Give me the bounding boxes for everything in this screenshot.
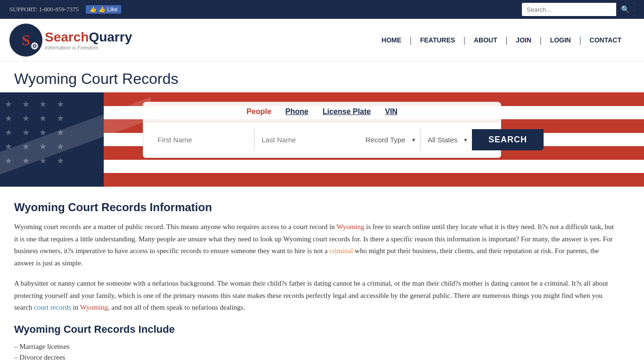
criminal-link[interactable]: criminal [330,247,353,255]
tab-vin[interactable]: VIN [385,107,397,116]
paragraph-1: Wyoming court records are a matter of pu… [14,221,618,269]
top-search-wrap: 🔍 [522,3,635,16]
search-button[interactable]: SEARCH [472,129,544,150]
logo-text: SearchQuarry Information is Freedom [45,30,132,50]
wyoming-link-2[interactable]: Wyoming [80,304,108,311]
main-nav: HOME | FEATURES | ABOUT | JOIN | LOGIN |… [373,35,630,45]
facebook-like-button[interactable]: 👍 👍 Like [86,5,121,14]
first-name-input[interactable] [150,129,255,150]
tab-people[interactable]: People [247,107,271,116]
top-search-button[interactable]: 🔍 [616,3,635,16]
main-content: Wyoming Court Records Information Wyomin… [0,187,632,362]
info-title: Wyoming Court Records Information [14,201,618,214]
logo-quarry: Quarry [89,30,132,44]
paragraph-2: A babysitter or nanny cannot be someone … [14,278,618,314]
wyoming-link-1[interactable]: Wyoming [337,223,364,230]
last-name-input[interactable] [255,129,358,150]
search-form: Record Type ▼ All States ▼ SEARCH [143,122,501,158]
nav-join[interactable]: JOIN [507,36,540,44]
record-type-select[interactable]: Record Type [358,131,420,148]
flag-stars [0,92,104,187]
fb-thumb-icon: 👍 [90,6,97,13]
include-title: Wyoming Court Records Include [14,323,618,336]
search-tabs: People Phone License Plate VIN [143,102,501,122]
stripe-6 [104,160,644,173]
fb-like-label: 👍 Like [99,6,117,13]
support-phone[interactable]: 1-800-859-7375 [39,6,79,13]
list-item-marriage: Marriage licenses [14,341,618,352]
include-list: Marriage licenses Divorce decrees Child … [14,341,618,362]
all-states-wrap: All States ▼ [421,129,472,150]
top-search-input[interactable] [522,4,616,15]
tab-phone[interactable]: Phone [285,107,308,116]
header: S⚙ SearchQuarry Information is Freedom H… [0,19,644,62]
list-item-divorce: Divorce decrees [14,352,618,362]
top-bar: SUPPORT: 1-800-859-7375 👍 👍 Like 🔍 [0,0,644,19]
nav-contact[interactable]: CONTACT [581,36,630,44]
logo-tagline: Information is Freedom [45,45,132,50]
support-text: SUPPORT: [9,6,37,13]
nav-about[interactable]: ABOUT [465,36,506,44]
hero-banner: People Phone License Plate VIN Record Ty… [0,92,644,187]
nav-features[interactable]: FEATURES [412,36,463,44]
page-title-wrap: Wyoming Court Records [0,62,644,92]
all-states-select[interactable]: All States [421,131,472,148]
logo-name: SearchQuarry [45,30,132,45]
page-title: Wyoming Court Records [14,70,630,88]
logo-icon: S⚙ [9,24,42,57]
logo[interactable]: S⚙ SearchQuarry Information is Freedom [9,24,132,57]
search-container: People Phone License Plate VIN Record Ty… [143,102,501,158]
nav-home[interactable]: HOME [373,36,410,44]
nav-login[interactable]: LOGIN [542,36,579,44]
tab-license-plate[interactable]: License Plate [322,107,371,116]
logo-search: Search [45,30,89,44]
record-type-wrap: Record Type ▼ [358,129,421,150]
court-records-link[interactable]: court records [34,304,71,311]
top-bar-left: SUPPORT: 1-800-859-7375 👍 👍 Like [9,5,121,14]
support-label: SUPPORT: 1-800-859-7375 [9,6,79,13]
stripe-7 [104,173,644,187]
